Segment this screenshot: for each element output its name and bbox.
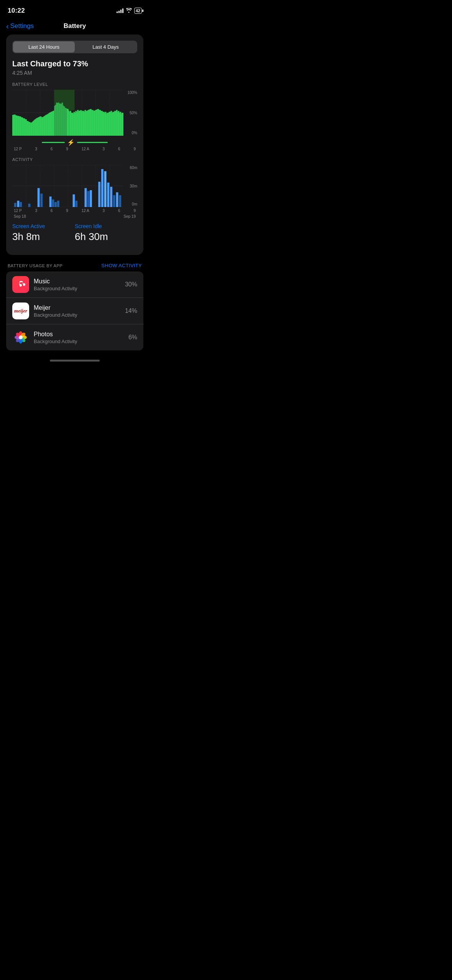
- svg-rect-48: [81, 112, 82, 136]
- svg-rect-43: [72, 113, 73, 136]
- photos-icon: [12, 329, 29, 346]
- screen-time-section: Screen Active 3h 8m Screen Idle 6h 30m: [12, 223, 137, 243]
- svg-rect-66: [114, 111, 116, 136]
- svg-rect-98: [104, 171, 107, 207]
- svg-rect-19: [27, 121, 29, 136]
- svg-rect-51: [86, 111, 88, 136]
- charging-indicator: ⚡: [12, 139, 137, 146]
- svg-rect-88: [52, 199, 54, 207]
- svg-rect-29: [46, 115, 47, 136]
- status-icons: 42: [117, 8, 142, 14]
- music-name: Music: [34, 278, 120, 285]
- segment-24h[interactable]: Last 24 Hours: [13, 41, 75, 53]
- charging-line-right: [77, 142, 108, 143]
- photos-name: Photos: [34, 331, 124, 338]
- music-percentage: 30%: [125, 281, 137, 288]
- battery-level-chart: 100% 50% 0%: [12, 90, 137, 136]
- wifi-icon: [126, 8, 132, 14]
- svg-rect-27: [42, 117, 43, 136]
- svg-rect-24: [36, 118, 38, 136]
- battery-y-labels: 100% 50% 0%: [127, 90, 137, 136]
- activity-chart-svg: [12, 165, 123, 207]
- svg-rect-83: [20, 202, 22, 207]
- battery-chart-svg: [12, 90, 123, 136]
- screen-idle-col: Screen Idle 6h 30m: [75, 223, 137, 243]
- app-item-photos[interactable]: Photos Background Activity 6%: [6, 324, 143, 350]
- svg-rect-62: [107, 113, 108, 136]
- last-charged-title: Last Charged to 73%: [12, 59, 137, 68]
- svg-rect-28: [44, 117, 45, 136]
- battery-x-labels: 12 P 3 6 9 12 A 3 6 9: [12, 147, 137, 151]
- svg-rect-92: [75, 201, 77, 207]
- activity-x-labels: 12 P 3 6 9 12 A 3 6 9: [12, 209, 137, 213]
- svg-rect-31: [49, 113, 51, 136]
- svg-rect-56: [96, 110, 97, 136]
- svg-rect-70: [122, 113, 123, 136]
- svg-rect-25: [38, 117, 40, 136]
- activity-y-labels: 60m 30m 0m: [130, 165, 137, 207]
- svg-rect-35: [56, 103, 58, 136]
- charging-line-left: [42, 142, 65, 143]
- date-label-2: Sep 19: [123, 214, 136, 219]
- screen-idle-label: Screen Idle: [75, 223, 137, 229]
- svg-rect-49: [83, 111, 84, 136]
- meijer-icon: meijer: [12, 303, 29, 319]
- main-content: Last 24 Hours Last 4 Days Last Charged t…: [0, 35, 150, 350]
- usage-title: BATTERY USAGE BY APP: [8, 263, 62, 268]
- svg-rect-52: [88, 110, 90, 136]
- svg-rect-59: [101, 111, 103, 136]
- screen-active-label: Screen Active: [12, 223, 75, 229]
- back-button[interactable]: ‹ Settings: [6, 22, 34, 30]
- music-info: Music Background Activity: [34, 278, 120, 291]
- home-bar: [50, 360, 100, 362]
- svg-rect-94: [87, 191, 89, 207]
- svg-rect-39: [63, 106, 65, 136]
- svg-rect-58: [99, 110, 101, 136]
- time-range-segment[interactable]: Last 24 Hours Last 4 Days: [12, 41, 137, 53]
- photos-percentage: 6%: [128, 334, 137, 341]
- svg-rect-87: [49, 197, 52, 207]
- svg-rect-34: [54, 106, 56, 136]
- back-label: Settings: [10, 22, 34, 30]
- svg-rect-14: [18, 116, 20, 136]
- meijer-subtitle: Background Activity: [34, 312, 120, 318]
- svg-rect-91: [73, 194, 75, 207]
- svg-rect-47: [79, 111, 81, 136]
- svg-rect-54: [92, 110, 94, 136]
- svg-rect-13: [16, 115, 18, 136]
- svg-rect-60: [103, 112, 105, 136]
- svg-rect-61: [105, 112, 107, 136]
- svg-rect-22: [33, 122, 34, 136]
- meijer-percentage: 14%: [125, 307, 137, 314]
- activity-chart: 60m 30m 0m: [12, 165, 137, 207]
- svg-rect-99: [107, 183, 109, 207]
- home-indicator: [0, 357, 150, 363]
- svg-rect-90: [57, 201, 59, 207]
- svg-rect-38: [62, 103, 63, 136]
- svg-rect-44: [74, 112, 75, 136]
- svg-rect-18: [25, 119, 27, 136]
- app-item-meijer[interactable]: meijer Meijer Background Activity 14%: [6, 298, 143, 324]
- show-activity-button[interactable]: SHOW ACTIVITY: [101, 263, 142, 268]
- battery-status-indicator: 42: [134, 8, 142, 14]
- photos-info: Photos Background Activity: [34, 331, 124, 344]
- date-labels: Sep 18 Sep 19: [12, 214, 137, 219]
- screen-active-value: 3h 8m: [12, 231, 75, 243]
- segment-4days[interactable]: Last 4 Days: [75, 41, 136, 53]
- app-item-music[interactable]: Music Background Activity 30%: [6, 271, 143, 298]
- svg-rect-81: [14, 203, 16, 207]
- last-charged-time: 4:25 AM: [12, 70, 137, 76]
- svg-rect-23: [35, 120, 36, 136]
- svg-rect-84: [28, 204, 31, 207]
- svg-rect-63: [108, 112, 110, 136]
- app-list: Music Background Activity 30% meijer Mei…: [6, 271, 143, 350]
- battery-percentage: 42: [136, 8, 140, 13]
- svg-rect-97: [101, 169, 104, 207]
- activity-label: ACTIVITY: [12, 157, 137, 162]
- battery-card: Last 24 Hours Last 4 Days Last Charged t…: [6, 35, 143, 255]
- page-title: Battery: [64, 22, 86, 30]
- navigation-bar: ‹ Settings Battery: [0, 19, 150, 35]
- bolt-icon: ⚡: [67, 139, 75, 146]
- svg-rect-65: [112, 112, 114, 136]
- svg-rect-101: [113, 195, 115, 207]
